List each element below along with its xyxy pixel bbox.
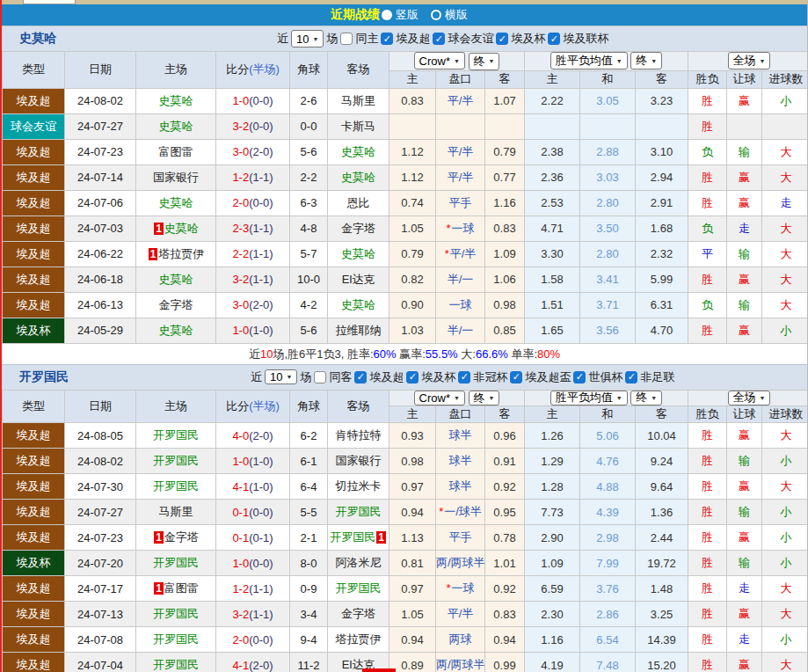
match-row: 埃及超24-07-14国家银行1-2(1-1)2-2史莫哈1.12平/半0.77… — [3, 164, 808, 190]
team-label: 开罗国民 — [153, 454, 199, 467]
league-type-badge: 埃及超 — [3, 627, 65, 653]
odds-home: 7.73 — [525, 500, 580, 525]
odds-home: 1.28 — [525, 474, 580, 500]
home-team: 1塔拉贾伊 — [136, 241, 216, 267]
home-team: 开罗国民 — [136, 551, 216, 576]
match-row: 埃及超24-06-221塔拉贾伊2-2(1-1)5-7史莫哈0.79*平/半1.… — [3, 241, 808, 267]
match-row: 埃及超24-07-27马斯里0-1(0-0)5-5开罗国民0.94*一/球半0.… — [3, 500, 808, 525]
odds-period-select[interactable]: 终▼ — [630, 52, 662, 69]
bookmaker-select[interactable]: Crow*▼ — [414, 391, 465, 405]
league-checkbox[interactable]: ✓ — [354, 371, 367, 383]
ah-away-odds: 0.85 — [485, 318, 525, 343]
same-venue-checkbox[interactable] — [340, 33, 353, 45]
fulltime-score: 3-0 — [232, 145, 249, 158]
layout-radio-horizontal[interactable] — [431, 10, 441, 20]
ah-home-odds: 0.83 — [389, 88, 436, 113]
match-row: 球会友谊24-07-27史莫哈3-2(0-0)0-0卡斯马胜 — [3, 113, 808, 139]
score-cell: 4-1(1-0) — [216, 474, 290, 500]
sub-header-result-handicap: 让球 — [727, 70, 762, 88]
ah-line: 平/半 — [436, 164, 485, 190]
star-marker: * — [439, 505, 443, 518]
ah-line: 两/两球半 — [436, 551, 485, 576]
match-row: 埃及超24-08-05开罗国民4-0(2-0)6-2肯特拉特0.93球半0.96… — [3, 423, 808, 449]
result-wdl: 胜 — [688, 190, 727, 215]
result-overunder: 小 — [762, 88, 808, 113]
odds-draw: 7.99 — [580, 551, 636, 576]
layout-radio-vertical-label[interactable]: 竖版 — [396, 7, 419, 23]
match-date: 24-07-27 — [65, 113, 136, 139]
odds-type-select[interactable]: 胜平负均值▼ — [550, 52, 628, 69]
col-header-corner: 角球 — [290, 52, 328, 89]
chevron-down-icon: ▼ — [454, 58, 460, 64]
league-checkbox[interactable]: ✓ — [625, 371, 637, 383]
result-wdl: 胜 — [688, 627, 727, 653]
match-count-select[interactable]: 10▼ — [291, 30, 324, 47]
corner-score: 5-7 — [290, 241, 328, 267]
result-overunder: 小 — [762, 449, 808, 474]
same-venue-checkbox[interactable] — [314, 371, 326, 383]
fulltime-score: 3-2 — [232, 273, 249, 286]
away-team: 史莫哈 — [328, 164, 389, 190]
odds-draw: 3.03 — [580, 164, 636, 190]
fulltime-score: 2-0 — [232, 633, 249, 646]
ah-away-odds: 1.09 — [485, 241, 525, 267]
handicap-group-header: Crow*▼ 终▼ — [389, 390, 525, 406]
odds-away: 3.23 — [636, 88, 688, 113]
league-checkbox[interactable]: ✓ — [406, 371, 419, 383]
fulltime-select[interactable]: 全场▼ — [728, 391, 771, 405]
score-cell: 1-0(1-0) — [216, 318, 290, 343]
sub-header-odds-draw: 和 — [580, 70, 636, 88]
odds-type-select[interactable]: 胜平负均值▼ — [550, 391, 628, 405]
star-marker: * — [446, 222, 450, 235]
fulltime-select[interactable]: 全场▼ — [728, 52, 771, 69]
away-team: 塔拉贾伊 — [328, 627, 389, 653]
league-checkbox[interactable]: ✓ — [548, 33, 560, 45]
layout-radio-horizontal-label[interactable]: 横版 — [445, 7, 468, 23]
fulltime-score: 3-2 — [232, 608, 249, 621]
team-label: 开罗国民 — [153, 556, 199, 569]
handicap-period-select[interactable]: 终▼ — [469, 53, 500, 70]
match-date: 24-08-02 — [65, 449, 136, 474]
result-group-header: 全场▼ — [688, 52, 808, 71]
odds-away: 2.91 — [636, 190, 688, 215]
chevron-down-icon: ▼ — [489, 58, 495, 64]
result-handicap: 走 — [727, 215, 762, 241]
league-checkbox[interactable]: ✓ — [496, 33, 508, 45]
layout-radio-vertical[interactable] — [382, 10, 392, 20]
league-type-badge: 埃及超 — [3, 576, 65, 602]
corner-score: 0-0 — [290, 113, 328, 139]
league-checkbox[interactable]: ✓ — [510, 371, 522, 383]
halftime-score: (1-1) — [249, 582, 273, 595]
league-type-badge: 埃及超 — [3, 241, 65, 267]
match-date: 24-07-17 — [65, 576, 136, 602]
red-card-badge: 1 — [154, 223, 164, 235]
fulltime-score: 4-0 — [232, 429, 249, 442]
halftime-score: (1-0) — [249, 324, 273, 337]
odds-draw: 3.05 — [580, 88, 636, 113]
league-checkbox[interactable]: ✓ — [573, 371, 586, 383]
ah-line: 平/半 — [436, 602, 485, 627]
league-type-badge: 埃及超 — [3, 164, 65, 190]
match-row: 埃及超24-08-02史莫哈1-0(0-0)2-6马斯里0.83平/半1.072… — [3, 88, 808, 113]
league-checkbox[interactable]: ✓ — [381, 33, 393, 45]
league-checkbox[interactable]: ✓ — [458, 371, 470, 383]
team-label: 富图雷 — [159, 145, 193, 158]
handicap-group-header: Crow*▼ 终▼ — [389, 52, 525, 71]
match-count-select[interactable]: 10▼ — [265, 369, 297, 384]
corner-score: 4-8 — [290, 215, 328, 241]
ah-line-label: 平手 — [449, 530, 472, 544]
ah-line: 两/两球半 — [436, 653, 485, 672]
match-date: 24-07-04 — [65, 653, 136, 672]
bookmaker-select[interactable]: Crow*▼ — [414, 52, 465, 69]
home-team: 开罗国民 — [136, 423, 216, 449]
sub-header-odds-draw: 和 — [580, 406, 636, 423]
odds-period-select[interactable]: 终▼ — [630, 391, 662, 405]
fulltime-score: 2-0 — [232, 196, 249, 209]
odds-home: 6.59 — [525, 576, 580, 602]
chevron-down-icon: ▼ — [489, 395, 495, 401]
sub-header-odds-away: 客 — [636, 70, 688, 88]
halftime-score: (2-0) — [249, 145, 273, 158]
home-team: 史莫哈 — [136, 88, 216, 113]
handicap-period-select[interactable]: 终▼ — [469, 391, 500, 405]
league-checkbox[interactable]: ✓ — [433, 33, 445, 45]
